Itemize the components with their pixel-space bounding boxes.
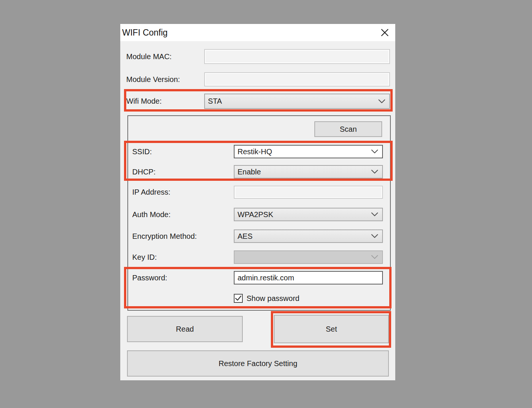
password-label: Password: — [132, 271, 167, 284]
ip-address-label: IP Address: — [132, 186, 170, 199]
dhcp-dropdown[interactable]: Enable — [234, 165, 383, 179]
ssid-label: SSID: — [132, 145, 152, 158]
chevron-down-icon — [371, 213, 378, 217]
ip-address-field — [234, 186, 383, 199]
module-version-label: Module Version: — [126, 72, 180, 86]
auth-mode-dropdown[interactable]: WPA2PSK — [234, 208, 383, 221]
chevron-down-icon — [371, 170, 378, 174]
ssid-value: Restik-HQ — [238, 147, 382, 156]
encryption-method-value: AES — [238, 232, 382, 241]
close-icon — [380, 28, 390, 37]
chevron-down-icon — [378, 99, 386, 103]
wifi-config-dialog: WIFI Config Module MAC: Module Version: … — [120, 24, 395, 380]
sta-settings-group: Scan SSID: Restik-HQ DHCP: Enable IP Add… — [127, 115, 391, 311]
module-version-field[interactable] — [204, 72, 390, 86]
wifi-mode-label: Wifi Mode: — [126, 94, 161, 109]
window-title: WIFI Config — [120, 28, 167, 38]
wifi-mode-dropdown[interactable]: STA — [204, 94, 390, 109]
auth-mode-label: Auth Mode: — [132, 208, 170, 221]
key-id-dropdown — [234, 250, 383, 264]
chevron-down-icon — [371, 234, 378, 238]
show-password-checkbox[interactable] — [234, 294, 243, 303]
password-input[interactable] — [234, 271, 383, 284]
wifi-mode-value: STA — [208, 97, 389, 106]
auth-mode-value: WPA2PSK — [238, 210, 382, 219]
read-button[interactable]: Read — [127, 316, 243, 342]
set-button[interactable]: Set — [274, 315, 389, 343]
titlebar: WIFI Config — [120, 24, 395, 41]
chevron-down-icon — [371, 255, 378, 259]
dhcp-value: Enable — [238, 168, 382, 176]
show-password-label[interactable]: Show password — [247, 294, 299, 303]
scan-button[interactable]: Scan — [314, 121, 382, 137]
dhcp-label: DHCP: — [132, 165, 155, 179]
restore-factory-setting-button[interactable]: Restore Factory Setting — [127, 350, 389, 377]
encryption-method-dropdown[interactable]: AES — [234, 229, 383, 243]
chevron-down-icon — [371, 150, 378, 154]
module-mac-field[interactable] — [204, 49, 390, 64]
close-button[interactable] — [378, 26, 392, 39]
encryption-method-label: Encryption Method: — [132, 229, 197, 243]
module-mac-label: Module MAC: — [126, 49, 172, 64]
ssid-dropdown[interactable]: Restik-HQ — [234, 145, 383, 158]
checkmark-icon — [235, 296, 241, 301]
key-id-label: Key ID: — [132, 250, 157, 264]
